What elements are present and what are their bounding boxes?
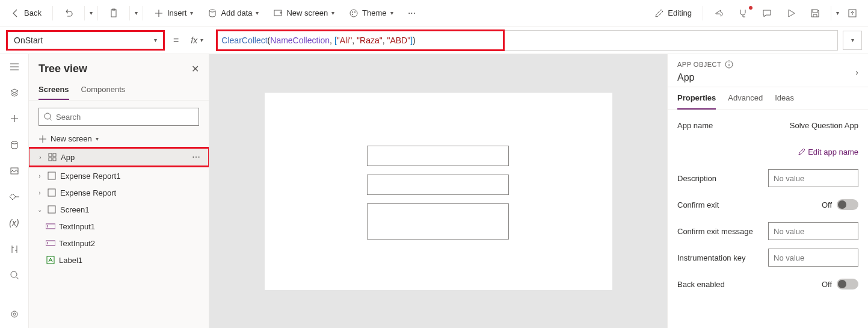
tree-item-label: App [61,153,75,162]
tree-item-label: Expense Report1 [60,172,120,181]
tree-view-button[interactable] [5,86,24,99]
canvas[interactable] [265,93,612,290]
add-data-button[interactable]: Add data ▾ [202,5,265,22]
confirm-exit-toggle[interactable] [837,199,858,210]
tab-advanced[interactable]: Advanced [728,87,763,110]
tree-item-label1[interactable]: Label1 [29,252,209,268]
tree-item-app[interactable]: › App ⋯ [29,149,208,166]
expand-formula-button[interactable]: ▾ [843,31,862,50]
svg-rect-17 [49,158,52,161]
property-selector[interactable]: OnStart ▾ [6,30,165,51]
preview-button[interactable] [780,5,802,22]
paste-button[interactable] [103,5,125,22]
editing-button[interactable]: Editing [648,5,698,22]
save-button[interactable] [804,5,826,22]
back-enabled-toggle[interactable] [837,279,858,289]
formula-str2: "Raza" [357,36,383,45]
formula-input[interactable]: ClearCollect(NameCollection, ["Ali", "Ra… [216,30,838,51]
search-rail-button[interactable] [5,268,24,281]
insert-label: Insert [167,8,187,17]
publish-button[interactable] [842,5,863,22]
comments-button[interactable] [756,5,778,22]
tools-rail-button[interactable] [5,243,24,255]
canvas-textinput2[interactable] [367,175,509,195]
tree-item-textinput1[interactable]: TextInput1 [29,218,209,235]
plus-icon [154,8,164,18]
tree-item-screen1[interactable]: ⌄ Screen1 [29,201,209,218]
tree-search-input[interactable] [56,113,194,122]
svg-point-13 [13,313,16,315]
pencil-icon [798,148,805,155]
separator [831,6,831,20]
share-button[interactable] [708,5,730,22]
confirm-exit-msg-input[interactable] [768,222,858,240]
canvas-label1[interactable] [367,203,509,240]
tree-item-expense-report1[interactable]: › Expense Report1 [29,167,209,184]
chevron-down-icon[interactable]: ▾ [836,10,839,16]
fx-button[interactable]: fx▾ [187,36,211,45]
insert-rail-button[interactable] [5,113,24,125]
publish-icon [848,8,857,18]
tab-components[interactable]: Components [81,80,126,100]
separator [52,6,53,20]
hamburger-button[interactable] [5,60,24,73]
undo-button[interactable] [58,5,79,22]
chevron-right-icon[interactable]: › [36,190,43,196]
chevron-down-icon[interactable]: ▾ [90,10,93,16]
chevron-right-icon[interactable]: › [36,173,43,179]
more-icon[interactable]: ⋯ [192,152,201,162]
database-icon [10,140,19,150]
separator [84,6,85,20]
app-name-value: Solve Question App [790,121,858,130]
new-screen-button[interactable]: New screen ▾ [267,5,340,22]
media-rail-button[interactable] [5,164,24,177]
canvas-textinput1[interactable] [367,146,509,166]
editing-label: Editing [668,8,692,17]
close-tree-button[interactable]: ✕ [191,63,199,75]
properties-panel: APP OBJECT App › Properties Advanced Ide… [667,54,868,328]
svg-point-2 [209,10,215,12]
search-icon [44,113,52,121]
svg-rect-18 [53,158,56,161]
share-icon [714,8,724,18]
variables-rail-button[interactable]: (x) [5,217,24,229]
app-name-label: App name [677,121,713,130]
new-screen-tree-button[interactable]: New screen ▾ [29,131,209,147]
tree-item-label: Label1 [59,256,82,265]
separator [143,6,143,20]
settings-rail-button[interactable] [5,308,24,321]
object-name: App [677,72,858,83]
data-rail-button[interactable] [5,138,24,151]
theme-button[interactable]: Theme ▾ [343,5,399,22]
svg-point-7 [352,14,353,15]
chevron-down-icon[interactable]: ⌄ [36,206,43,213]
more-button[interactable]: ⋯ [402,5,422,21]
back-button[interactable]: Back [5,5,48,22]
media-icon [10,166,19,176]
canvas-area[interactable] [209,54,667,328]
info-icon[interactable] [725,60,733,69]
chevron-down-icon[interactable]: ▾ [135,10,138,16]
screen-icon [47,205,57,214]
insert-button[interactable]: Insert ▾ [148,5,200,22]
flows-rail-button[interactable] [5,190,24,203]
tab-screens[interactable]: Screens [38,80,69,100]
tree-item-expense-report[interactable]: › Expense Report [29,184,209,201]
chevron-right-icon[interactable]: › [855,67,858,77]
tab-properties[interactable]: Properties [677,87,716,110]
svg-rect-21 [48,206,55,213]
checker-button[interactable] [732,5,754,22]
instr-key-input[interactable] [768,249,858,267]
chevron-right-icon[interactable]: › [37,154,44,161]
chevron-down-icon: ▾ [190,10,193,16]
tab-ideas[interactable]: Ideas [775,87,794,110]
props-tabs: Properties Advanced Ideas [668,87,868,110]
undo-icon [64,8,73,18]
edit-app-name-button[interactable]: Edit app name [798,147,858,156]
description-input[interactable] [768,169,858,187]
chevron-down-icon: ▾ [96,135,99,142]
tree-search[interactable] [38,108,199,126]
tree-item-textinput2[interactable]: TextInput2 [29,235,209,252]
svg-rect-0 [111,10,116,17]
tree-item-label: TextInput1 [59,222,95,231]
